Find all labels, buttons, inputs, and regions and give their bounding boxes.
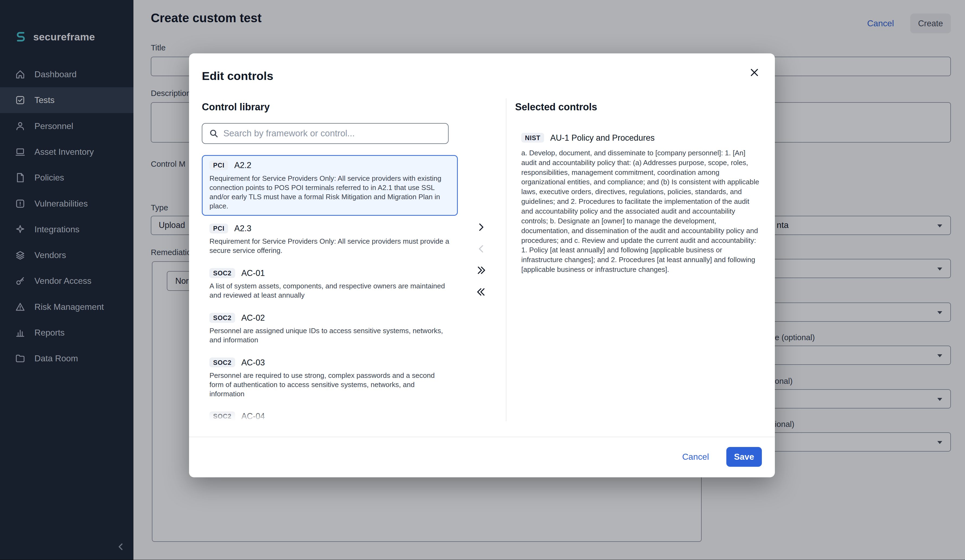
control-description: Personnel are required to use strong, co… <box>209 371 450 398</box>
control-library-item[interactable]: SOC2AC-01A list of system assets, compon… <box>202 263 458 305</box>
control-library-item[interactable]: SOC2AC-04An Access Control and Terminati… <box>202 406 458 421</box>
control-code: AC-04 <box>241 411 265 421</box>
selected-control-item[interactable]: NISTAU-1 Policy and Proceduresa. Develop… <box>515 129 762 278</box>
transfer-buttons <box>472 219 491 302</box>
modal-footer: Cancel Save <box>189 437 775 477</box>
framework-badge: SOC2 <box>209 313 235 323</box>
control-description: A list of system assets, components, and… <box>209 281 450 300</box>
framework-badge: SOC2 <box>209 358 235 367</box>
move-right-button[interactable] <box>472 219 491 237</box>
framework-badge: PCI <box>209 160 228 170</box>
control-description: Personnel are assigned unique IDs to acc… <box>209 326 450 344</box>
control-library-heading: Control library <box>202 101 270 113</box>
control-code: AC-03 <box>241 358 265 367</box>
save-button[interactable]: Save <box>726 447 762 467</box>
control-description: Requirement for Service Providers Only: … <box>209 237 450 255</box>
modal-cancel-link[interactable]: Cancel <box>682 452 709 462</box>
move-all-right-button[interactable] <box>472 262 491 281</box>
framework-badge: PCI <box>209 224 228 233</box>
move-left-button[interactable] <box>472 240 491 259</box>
selected-controls-heading: Selected controls <box>515 101 597 113</box>
close-icon <box>749 67 760 78</box>
search-input[interactable] <box>223 128 448 139</box>
search-icon <box>209 129 218 138</box>
panel-divider <box>506 98 506 421</box>
control-library-item[interactable]: SOC2AC-02Personnel are assigned unique I… <box>202 307 458 349</box>
control-code: AC-01 <box>241 268 265 278</box>
control-library-list: PCIA2.2Requirement for Service Providers… <box>202 155 458 421</box>
control-description: Requirement for Service Providers Only: … <box>209 174 450 211</box>
selected-controls-list: NISTAU-1 Policy and Proceduresa. Develop… <box>515 129 762 278</box>
framework-badge: SOC2 <box>209 411 235 421</box>
control-library-item[interactable]: PCIA2.3Requirement for Service Providers… <box>202 218 458 261</box>
control-code: AU-1 Policy and Procedures <box>550 133 655 142</box>
control-description: a. Develop, document, and disseminate to… <box>521 148 761 274</box>
framework-badge: NIST <box>521 133 544 142</box>
move-all-left-icon <box>476 287 486 299</box>
move-left-icon <box>476 244 486 255</box>
modal-title: Edit controls <box>202 69 273 83</box>
close-button[interactable] <box>745 64 764 82</box>
move-all-right-icon <box>476 266 486 277</box>
control-library-item[interactable]: PCIA2.2Requirement for Service Providers… <box>202 155 458 216</box>
framework-badge: SOC2 <box>209 268 235 278</box>
control-code: AC-02 <box>241 313 265 323</box>
control-code: A2.3 <box>234 224 252 233</box>
search-box <box>202 123 448 144</box>
move-all-left-button[interactable] <box>472 284 491 302</box>
control-code: A2.2 <box>234 160 252 170</box>
move-right-icon <box>476 222 486 233</box>
control-library-item[interactable]: SOC2AC-03Personnel are required to use s… <box>202 352 458 403</box>
edit-controls-modal: Edit controls Control library PCIA2.2Req… <box>189 54 775 477</box>
